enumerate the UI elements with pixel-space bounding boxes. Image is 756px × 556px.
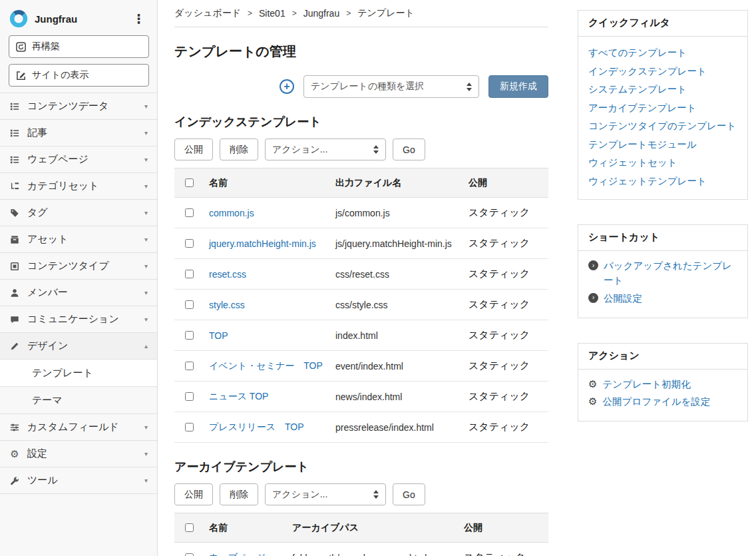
sidebar-item-label: デザイン — [27, 340, 137, 352]
column-header-publish: 公開 — [459, 513, 548, 543]
row-checkbox[interactable] — [185, 239, 194, 248]
sidebar-item-label: ウェブページ — [27, 153, 137, 166]
sidebar-item-label: タグ — [27, 206, 137, 219]
table-row: style.css css/style.css スタティック — [174, 290, 548, 320]
table-row: プレスリリース TOP pressrelease/index.html スタティ… — [174, 412, 548, 443]
view-site-button[interactable]: サイトの表示 — [9, 64, 149, 87]
shortcut-publish-settings[interactable]: › 公開設定 — [588, 291, 737, 306]
select-all-checkbox[interactable] — [185, 523, 194, 532]
template-link[interactable]: style.css — [209, 300, 245, 310]
action-refresh-templates[interactable]: ⚙ テンプレート初期化 — [588, 377, 737, 392]
sidebar-item-label: カスタムフィールド — [27, 421, 137, 433]
sidebar-item-tag[interactable]: タグ ▾ — [0, 200, 157, 226]
delete-button[interactable]: 削除 — [220, 483, 258, 505]
sidebar-item-category-set[interactable]: カテゴリセット ▾ — [0, 173, 157, 200]
sidebar-item-entry[interactable]: 記事 ▾ — [0, 120, 157, 146]
webpage-icon — [9, 155, 20, 164]
filter-link-widget-set[interactable]: ウィジェットセット — [588, 154, 737, 172]
sidebar-item-custom-fields[interactable]: カスタムフィールド ▾ — [0, 414, 157, 441]
delete-button[interactable]: 削除 — [220, 139, 258, 160]
template-link[interactable]: イベント・セミナー TOP — [209, 360, 323, 371]
sidebar-item-label: コンテンツタイプ — [27, 260, 137, 272]
rebuild-label: 再構築 — [32, 41, 60, 53]
plus-circle-icon[interactable]: + — [280, 79, 294, 94]
column-header-name: 名前 — [204, 168, 330, 198]
column-header-name: 名前 — [204, 513, 287, 543]
kebab-menu-icon[interactable]: ⋮ — [127, 11, 150, 27]
sidebar-item-settings[interactable]: ⚙ 設定 ▾ — [0, 441, 157, 467]
row-checkbox[interactable] — [185, 362, 194, 370]
template-link[interactable]: jquery.matchHeight-min.js — [209, 238, 316, 249]
breadcrumb-separator: > — [346, 9, 351, 18]
row-checkbox[interactable] — [185, 300, 194, 309]
shortcuts-title: ショートカット — [578, 225, 747, 251]
template-link[interactable]: プレスリリース TOP — [209, 421, 304, 432]
filter-link-module[interactable]: テンプレートモジュール — [588, 136, 737, 154]
template-type-select[interactable]: テンプレートの種類を選択 — [303, 75, 479, 98]
publish-type-cell: スタティック — [463, 198, 548, 228]
sidebar-item-content-data[interactable]: コンテンツデータ ▾ — [0, 93, 157, 120]
sidebar-item-template[interactable]: テンプレート — [0, 360, 157, 387]
page-title: テンプレートの管理 — [174, 43, 548, 61]
action-select[interactable]: アクション... — [265, 139, 386, 160]
template-link[interactable]: ニュース TOP — [209, 391, 268, 402]
breadcrumb-item-site[interactable]: Site01 — [259, 8, 285, 19]
output-file-cell: css/style.css — [330, 290, 463, 320]
row-checkbox[interactable] — [185, 331, 194, 340]
member-icon — [9, 288, 20, 298]
action-publishing-profile[interactable]: ⚙ 公開プロファイルを設定 — [588, 394, 737, 410]
publish-type-cell: スタティック — [463, 228, 548, 259]
filter-link-system[interactable]: システムテンプレート — [588, 81, 737, 99]
go-button[interactable]: Go — [393, 139, 425, 160]
sidebar-item-tools[interactable]: ツール ▾ — [0, 467, 157, 494]
go-button[interactable]: Go — [393, 483, 425, 505]
table-header-row: 名前 アーカイブパス 公開 — [174, 513, 548, 543]
select-arrows-icon — [467, 83, 472, 91]
row-checkbox[interactable] — [185, 208, 194, 217]
filter-link-archive[interactable]: アーカイブテンプレート — [588, 99, 737, 118]
filter-link-index[interactable]: インデックステンプレート — [588, 63, 737, 81]
shortcut-backup-templates[interactable]: › バックアップされたテンプレート — [588, 258, 737, 288]
sidebar-item-member[interactable]: メンバー ▾ — [0, 280, 157, 306]
row-checkbox[interactable] — [185, 392, 194, 401]
breadcrumb-item-child-site[interactable]: Jungfrau — [303, 8, 339, 19]
action-select[interactable]: アクション... — [265, 483, 386, 505]
filter-link-all[interactable]: すべてのテンプレート — [588, 44, 737, 63]
sidebar-item-design[interactable]: デザイン ▴ — [0, 333, 157, 360]
sidebar-item-asset[interactable]: アセット ▾ — [0, 226, 157, 253]
filter-link-content-type[interactable]: コンテンツタイプのテンプレート — [588, 117, 737, 136]
rebuild-button[interactable]: 再構築 — [9, 35, 149, 58]
view-site-icon — [16, 71, 26, 81]
breadcrumb-item-dashboard[interactable]: ダッシュボード — [174, 7, 241, 19]
filter-link-widget-template[interactable]: ウィジェットテンプレート — [588, 172, 737, 191]
template-link[interactable]: reset.css — [209, 269, 246, 280]
template-link[interactable]: TOP — [209, 330, 228, 341]
row-checkbox[interactable] — [185, 270, 194, 278]
sidebar-item-communication[interactable]: コミュニケーション ▾ — [0, 306, 157, 333]
template-link[interactable]: ウェブページ — [209, 552, 266, 556]
arrow-circle-icon: › — [588, 293, 598, 303]
sidebar-item-label: コミュニケーション — [27, 313, 137, 326]
chevron-down-icon: ▾ — [144, 129, 148, 137]
publish-type-cell: スタティック — [459, 543, 548, 556]
sidebar-item-label: カテゴリセット — [27, 180, 137, 192]
archive-templates-heading: アーカイブテンプレート — [174, 459, 548, 475]
output-file-cell: pressrelease/index.html — [330, 412, 463, 443]
create-new-button[interactable]: 新規作成 — [488, 75, 548, 98]
output-file-cell: js/jquery.matchHeight-min.js — [330, 228, 463, 259]
template-link[interactable]: common.js — [209, 208, 254, 218]
sidebar-item-content-type[interactable]: コンテンツタイプ ▾ — [0, 253, 157, 280]
output-file-cell: js/common.js — [330, 198, 463, 228]
arrow-circle-icon: › — [588, 260, 598, 270]
select-all-checkbox[interactable] — [185, 178, 194, 187]
row-checkbox[interactable] — [185, 423, 194, 431]
sidebar-item-theme[interactable]: テーマ — [0, 387, 157, 414]
table-row: jquery.matchHeight-min.js js/jquery.matc… — [174, 228, 548, 259]
breadcrumb-separator: > — [292, 9, 297, 18]
sidebar-item-webpage[interactable]: ウェブページ ▾ — [0, 146, 157, 173]
archive-path-cell: folder-path/page-basename.html — [287, 543, 459, 556]
row-checkbox[interactable] — [185, 553, 194, 556]
brand-bar: Jungfrau ⋮ — [0, 0, 157, 35]
publish-button[interactable]: 公開 — [174, 139, 213, 160]
publish-button[interactable]: 公開 — [174, 483, 213, 505]
